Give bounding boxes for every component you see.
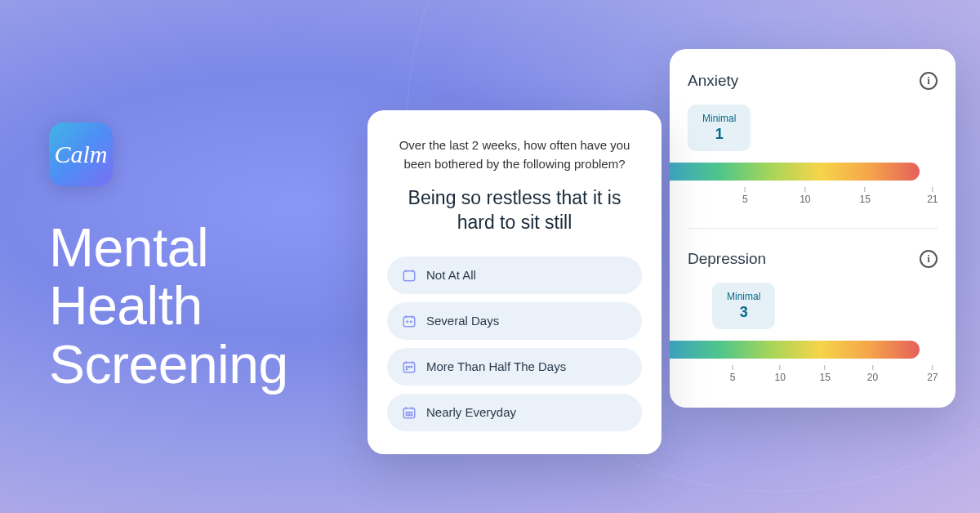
- page-title: Mental Health Screening: [49, 219, 288, 394]
- depression-title: Depression: [688, 250, 766, 268]
- score-value: 3: [727, 304, 760, 321]
- svg-point-14: [406, 368, 408, 370]
- depression-ticks: 5 10 15 20 27: [688, 365, 938, 385]
- score-category: Minimal: [702, 113, 736, 124]
- info-icon[interactable]: i: [920, 250, 938, 268]
- svg-point-23: [411, 414, 412, 416]
- svg-point-12: [408, 366, 410, 368]
- app-logo: Calm: [49, 123, 113, 186]
- question-card: Over the last 2 weeks, how often have yo…: [368, 110, 662, 454]
- option-nearly-everyday[interactable]: Nearly Everyday: [387, 394, 642, 431]
- app-logo-text: Calm: [54, 141, 107, 168]
- svg-point-21: [406, 414, 408, 416]
- svg-point-19: [408, 412, 410, 413]
- svg-rect-0: [403, 271, 415, 281]
- score-category: Minimal: [727, 291, 760, 302]
- divider: [688, 228, 938, 229]
- svg-rect-3: [403, 317, 415, 327]
- anxiety-title: Anxiety: [688, 72, 738, 90]
- svg-point-18: [406, 412, 408, 413]
- option-label: More Than Half The Days: [426, 359, 566, 373]
- option-several-days[interactable]: Several Days: [387, 302, 642, 340]
- calendar-icon: [402, 314, 416, 328]
- depression-score-badge: Minimal 3: [712, 283, 775, 329]
- svg-point-6: [407, 321, 408, 323]
- option-label: Nearly Everyday: [426, 405, 516, 419]
- svg-point-20: [411, 412, 412, 413]
- question-prompt: Being so restless that it is hard to sit…: [387, 186, 642, 235]
- option-more-than-half[interactable]: More Than Half The Days: [387, 348, 642, 386]
- svg-point-7: [411, 321, 412, 323]
- depression-gradient-scale: [670, 341, 920, 359]
- question-intro: Over the last 2 weeks, how often have yo…: [387, 136, 642, 173]
- svg-point-22: [408, 414, 410, 416]
- anxiety-ticks: 5 10 15 21: [688, 187, 938, 207]
- svg-point-11: [406, 366, 408, 368]
- info-icon[interactable]: i: [920, 72, 938, 90]
- anxiety-section: Anxiety i Minimal 1 5 10 15 21: [670, 72, 956, 207]
- score-value: 1: [702, 126, 736, 143]
- svg-point-13: [411, 366, 412, 368]
- option-not-at-all[interactable]: Not At All: [387, 256, 642, 294]
- option-label: Several Days: [426, 314, 499, 328]
- anxiety-score-badge: Minimal 1: [688, 105, 751, 151]
- depression-section: Depression i Minimal 3 5 10 15 20 27: [670, 250, 956, 385]
- option-label: Not At All: [426, 268, 476, 282]
- results-card: Anxiety i Minimal 1 5 10 15 21 Depressio…: [670, 49, 956, 408]
- calendar-icon: [402, 359, 416, 374]
- calendar-icon: [402, 405, 416, 420]
- anxiety-gradient-scale: [670, 163, 920, 181]
- calendar-icon: [402, 268, 416, 283]
